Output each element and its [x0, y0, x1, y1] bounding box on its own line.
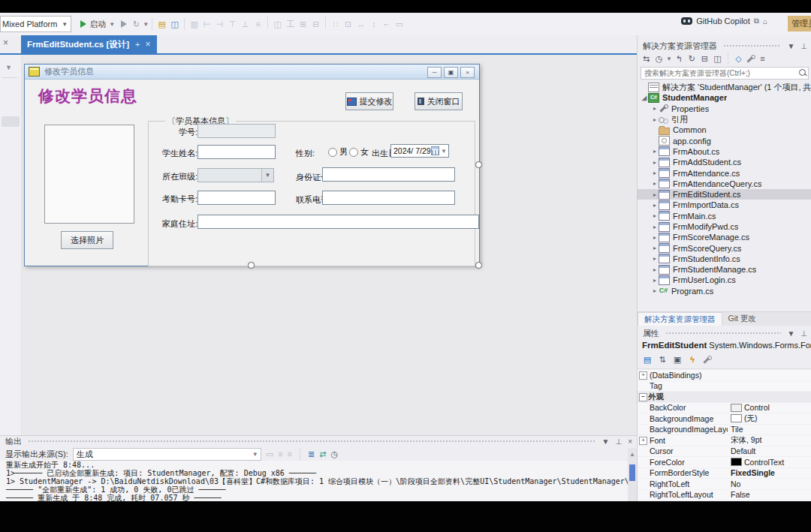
tree-item[interactable]: ▸ 引用	[638, 114, 811, 125]
collapsed-arrow-icon[interactable]: ▸	[651, 116, 659, 123]
tree-item[interactable]: ▸ Common	[638, 125, 811, 135]
tree-item[interactable]: ▸ FrmImportData.cs	[638, 200, 811, 210]
collapsed-arrow-icon[interactable]: ▸	[651, 170, 659, 176]
chevron-down-icon[interactable]: ▼	[602, 437, 610, 446]
property-value[interactable]: No	[728, 479, 811, 488]
idcard-input[interactable]	[322, 167, 455, 182]
v-spacing-icon[interactable]: ⊡	[342, 17, 354, 32]
pin-icon[interactable]: ⊥	[615, 437, 622, 446]
tree-item[interactable]: ▸ FrmAddStudent.cs	[638, 157, 811, 167]
tree-item[interactable]: ▸ FrmStudentManage.cs	[638, 264, 811, 275]
snap-grid-icon[interactable]: ▥	[188, 17, 200, 32]
align-bottom-icon[interactable]: ⊥	[239, 17, 252, 32]
collapsed-arrow-icon[interactable]: ▸	[651, 148, 659, 155]
start-debug-button[interactable]: 启动 ▼	[77, 16, 118, 32]
tree-item[interactable]: ▸ FrmAttendanceQuery.cs	[638, 179, 811, 189]
property-row[interactable]: + Font 宋体, 9pt	[638, 435, 811, 446]
search-input[interactable]	[643, 68, 788, 79]
tab-frmeditstudent-design[interactable]: FrmEditStudent.cs [设计] + ×	[21, 35, 157, 53]
close-icon[interactable]: ×	[460, 67, 475, 78]
refresh-icon[interactable]: ↻	[686, 51, 698, 66]
output-source-dropdown[interactable]: 生成 ▼	[73, 448, 261, 461]
tab-solution-explorer[interactable]: 解决方案资源管理器	[638, 312, 722, 326]
output-scrollbar[interactable]: ▲	[628, 448, 637, 501]
platform-dropdown[interactable]: Mixed Platform ▼	[0, 16, 71, 32]
collapsed-arrow-icon[interactable]: ▸	[651, 224, 659, 230]
center-horizontal-icon[interactable]: ↔	[354, 17, 367, 32]
start-without-debug-icon[interactable]	[121, 20, 127, 28]
align-right-icon[interactable]: ⊣	[213, 17, 226, 32]
property-value[interactable]: 宋体, 9pt	[728, 435, 811, 446]
property-row[interactable]: BackColor Control	[638, 403, 811, 414]
tree-item[interactable]: ▸ FrmAttendance.cs	[638, 167, 811, 178]
tree-item[interactable]: ▸ FrmModifyPwd.cs	[638, 221, 811, 232]
property-value[interactable]: Control	[728, 403, 811, 412]
collapsed-arrow-icon[interactable]: ▸	[651, 180, 659, 187]
same-size-icon[interactable]: ⊞	[297, 17, 309, 32]
same-height-icon[interactable]: 工	[284, 17, 297, 32]
align-left-icon[interactable]: ⊢	[200, 17, 213, 32]
hot-reload-icon[interactable]: ↻	[130, 17, 143, 32]
properties-wrench-icon[interactable]	[746, 54, 755, 63]
alphabetical-icon[interactable]: ⇅	[657, 352, 668, 367]
bell-icon[interactable]: ⌂	[763, 17, 767, 26]
tree-item[interactable]: ▸ FrmScoreManage.cs	[638, 232, 811, 242]
pin-icon[interactable]: ⊥	[800, 42, 807, 50]
birthdate-picker[interactable]: 2024/ 7/29 ▼	[390, 144, 449, 158]
property-row[interactable]: FormBorderStyle FixedSingle	[638, 468, 811, 479]
pin-icon[interactable]: +	[135, 40, 140, 49]
address-input[interactable]	[197, 215, 479, 229]
minimize-icon[interactable]: ─	[427, 67, 442, 78]
align-middle-icon[interactable]: ≡	[252, 17, 264, 32]
property-row[interactable]: Tag	[638, 381, 811, 392]
expander-icon[interactable]: +	[639, 437, 647, 445]
collapsed-arrow-icon[interactable]: ▸	[651, 255, 659, 262]
pending-changes-icon[interactable]: ◷	[653, 51, 665, 66]
close-icon[interactable]: ×	[628, 437, 632, 446]
categorized-icon[interactable]: ▤	[642, 352, 653, 367]
switch-views-icon[interactable]: ⇆	[641, 51, 652, 66]
property-value[interactable]: (无)	[728, 413, 811, 424]
collapsed-arrow-icon[interactable]: ▸	[651, 105, 659, 112]
close-icon[interactable]: ×	[146, 39, 151, 50]
next-message-icon[interactable]: ≡	[288, 449, 292, 458]
collapsed-arrow-icon[interactable]: ▸	[651, 191, 659, 198]
male-radio[interactable]: 男	[328, 146, 348, 158]
tree-item[interactable]: ▸ FrmStudentInfo.cs	[638, 254, 811, 264]
tree-item[interactable]: ▸ app.config	[638, 135, 811, 146]
collapsed-arrow-icon[interactable]: ▸	[651, 287, 659, 294]
collapsed-arrow-icon[interactable]: ▸	[651, 202, 659, 209]
collapsed-arrow-icon[interactable]: ▸	[651, 277, 659, 284]
events-lightning-icon[interactable]: ϟ	[687, 352, 698, 367]
same-width-icon[interactable]: ◫	[271, 17, 284, 32]
resize-handle-right[interactable]	[475, 161, 482, 168]
choose-photo-button[interactable]: 选择照片	[61, 231, 113, 249]
word-wrap-icon[interactable]: ≣	[308, 449, 315, 459]
prev-message-icon[interactable]: ≡	[278, 449, 282, 458]
designed-form[interactable]: 修改学员信息 ─ ▣ × 修改学员信息 提交修改 关闭窗口 选择照片	[24, 64, 480, 266]
home-icon[interactable]: ↰	[674, 51, 685, 66]
tree-item[interactable]: ▸ FrmEditStudent.cs	[638, 189, 811, 200]
property-value[interactable]: Default	[728, 446, 811, 455]
class-combobox[interactable]: ▼	[197, 168, 274, 182]
share-icon[interactable]: ⧉	[754, 17, 759, 26]
timestamp-icon[interactable]: ◷	[330, 449, 338, 459]
collapsed-panel-tab[interactable]	[2, 116, 20, 127]
property-row[interactable]: BackgroundImageLayout Tile	[638, 425, 811, 436]
expander-icon[interactable]: −	[639, 393, 647, 401]
collapsed-arrow-icon[interactable]: ▸	[651, 159, 659, 166]
tree-item[interactable]: ▸ Program.cs	[638, 286, 811, 296]
property-row[interactable]: RightToLeftLayout False	[638, 490, 811, 501]
center-vertical-icon[interactable]: ↕	[367, 17, 380, 32]
property-row[interactable]: RightToLeft No	[638, 479, 811, 490]
tab-git-changes[interactable]: Git 更改	[722, 312, 762, 326]
show-all-files-icon[interactable]: ◫	[712, 51, 723, 66]
student-id-input[interactable]	[197, 124, 276, 138]
tree-item[interactable]: ▸ FrmUserLogin.cs	[638, 275, 811, 285]
properties-page-icon[interactable]: ▣	[672, 352, 683, 367]
collapse-all-icon[interactable]: ⊟	[699, 51, 710, 66]
scrollbar-thumb[interactable]	[629, 464, 635, 481]
expander-icon[interactable]: +	[639, 371, 647, 380]
resize-handle-corner[interactable]	[475, 262, 482, 269]
close-window-button[interactable]: 关闭窗口	[415, 92, 463, 110]
